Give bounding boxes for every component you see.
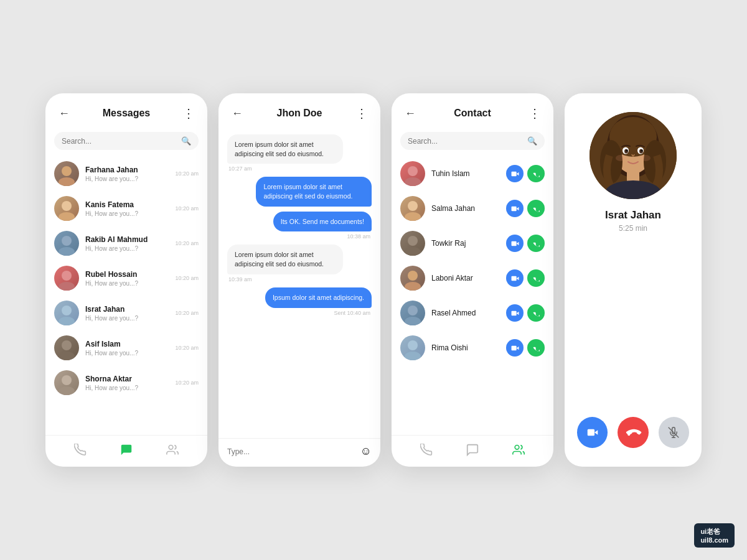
avatar — [54, 301, 79, 325]
messages-back-button[interactable]: ← — [55, 105, 73, 122]
screens-container: ← Messages ⋮ 🔍 Farhana Jahan Hi, How are… — [45, 93, 702, 467]
messages-search-input[interactable] — [62, 137, 181, 146]
message-preview: Hi, How are you...? — [85, 245, 171, 252]
messages-header: ← Messages ⋮ — [45, 93, 207, 128]
video-call-button[interactable] — [506, 165, 524, 182]
chat-menu-button[interactable]: ⋮ — [353, 105, 370, 122]
list-item[interactable]: Salma Jahan — [395, 191, 550, 226]
svg-point-11 — [59, 352, 75, 360]
phone-call-button[interactable] — [527, 235, 545, 252]
message-preview: Hi, How are you...? — [85, 280, 171, 287]
video-call-button[interactable] — [506, 200, 524, 217]
video-call-button[interactable] — [506, 235, 524, 252]
contact-back-button[interactable]: ← — [402, 105, 419, 122]
svg-point-4 — [62, 236, 72, 246]
message-bubble-received: Lorem ipsum dolor sit amet adipiscing el… — [227, 134, 372, 172]
message-timestamp: 10:38 am — [345, 233, 372, 240]
contact-name: Rubel Hossain — [85, 270, 171, 279]
list-item[interactable]: Towkir Raj — [395, 226, 550, 261]
chat-back-button[interactable]: ← — [228, 105, 246, 122]
contact-actions — [506, 165, 545, 182]
message-info: Israt Jahan Hi, How are you...? — [85, 305, 171, 322]
svg-point-19 — [408, 201, 418, 211]
svg-marker-17 — [516, 172, 519, 175]
avatar — [400, 266, 425, 291]
messages-screen: ← Messages ⋮ 🔍 Farhana Jahan Hi, How are… — [45, 93, 207, 467]
nav-contacts-icon[interactable] — [512, 444, 525, 456]
call-video-button[interactable] — [577, 417, 608, 448]
svg-rect-57 — [587, 429, 594, 436]
call-avatar-area: Israt Jahan 5:25 min — [565, 93, 702, 239]
list-item[interactable]: Tuhin Islam — [395, 156, 550, 191]
svg-rect-18 — [511, 171, 516, 176]
chat-title: Jhon Doe — [277, 108, 322, 119]
svg-point-10 — [62, 340, 72, 350]
video-call-button[interactable] — [506, 339, 524, 357]
message-timestamp: Sent 10:40 am — [332, 310, 372, 316]
chat-screen: ← Jhon Doe ⋮ Lorem ipsum dolor sit amet … — [218, 93, 380, 467]
contact-name: Kanis Fatema — [85, 200, 171, 209]
message-info: Rakib Al Mahmud Hi, How are you...? — [85, 235, 171, 252]
contact-name: Tuhin Islam — [431, 169, 506, 178]
list-item[interactable]: Rakib Al Mahmud Hi, How are you...? 10:2… — [49, 226, 204, 261]
message-preview: Hi, How are you...? — [85, 210, 171, 217]
svg-rect-22 — [511, 206, 516, 211]
contact-name: Rima Oishi — [431, 343, 506, 352]
avatar — [400, 161, 425, 186]
message-bubble-received-2: Lorem ipsum dolor sit amet adipiscing el… — [227, 245, 372, 282]
nav-messages-icon[interactable] — [466, 443, 479, 457]
message-bubble: Lorem ipsum dolor sit amet adipiscing el… — [227, 245, 343, 274]
list-item[interactable]: Rima Oishi — [395, 330, 550, 365]
list-item[interactable]: Farhana Jahan Hi, How are you...? 10:20 … — [49, 156, 204, 191]
phone-call-button[interactable] — [527, 269, 545, 287]
list-item[interactable]: Shorna Aktar Hi, How are you...? 10:20 a… — [49, 365, 204, 400]
message-preview: Hi, How are you...? — [85, 315, 171, 322]
phone-call-button[interactable] — [527, 339, 545, 357]
list-item[interactable]: Kanis Fatema Hi, How are you...? 10:20 a… — [49, 191, 204, 226]
svg-point-55 — [641, 155, 651, 161]
list-item[interactable]: Laboni Aktar — [395, 261, 550, 296]
call-end-button[interactable] — [618, 417, 648, 448]
svg-point-20 — [405, 212, 421, 221]
nav-phone-icon[interactable] — [74, 444, 87, 456]
contact-search-bar[interactable]: 🔍 — [400, 132, 545, 150]
svg-point-2 — [62, 201, 72, 211]
contact-search-input[interactable] — [408, 137, 527, 146]
messages-menu-button[interactable]: ⋮ — [180, 105, 197, 122]
video-call-button[interactable] — [506, 269, 524, 287]
messages-search-bar[interactable]: 🔍 — [54, 132, 199, 150]
nav-messages-icon[interactable] — [120, 443, 133, 457]
contact-name: Israt Jahan — [85, 305, 171, 314]
list-item[interactable]: Asif Islam Hi, How are you...? 10:20 am — [49, 330, 204, 365]
svg-rect-34 — [511, 310, 516, 315]
list-item[interactable]: Rasel Ahmed — [395, 296, 550, 330]
call-mute-button[interactable] — [659, 417, 689, 448]
phone-call-button[interactable] — [527, 304, 545, 322]
contact-name: Asif Islam — [85, 340, 171, 348]
svg-point-24 — [405, 247, 421, 256]
emoji-button[interactable]: ☺ — [360, 445, 372, 458]
list-item[interactable]: Rubel Hossain Hi, How are you...? 10:20 … — [49, 261, 204, 296]
svg-marker-25 — [516, 241, 519, 245]
message-list: Farhana Jahan Hi, How are you...? 10:20 … — [45, 156, 207, 435]
list-item[interactable]: Israt Jahan Hi, How are you...? 10:20 am — [49, 296, 204, 330]
messages-title: Messages — [103, 108, 151, 119]
chat-header: ← Jhon Doe ⋮ — [218, 93, 380, 128]
phone-call-button[interactable] — [527, 200, 545, 217]
call-duration: 5:25 min — [619, 224, 647, 233]
svg-point-9 — [59, 317, 75, 325]
message-time: 10:20 am — [175, 170, 199, 177]
svg-point-5 — [59, 247, 75, 256]
nav-contacts-icon[interactable] — [166, 444, 179, 456]
svg-point-52 — [626, 150, 628, 152]
chat-input[interactable] — [227, 447, 360, 456]
messages-bottom-nav — [45, 435, 207, 467]
svg-point-8 — [62, 306, 72, 315]
svg-point-54 — [616, 155, 626, 161]
svg-point-53 — [641, 150, 643, 152]
contact-menu-button[interactable]: ⋮ — [526, 105, 543, 122]
video-call-button[interactable] — [506, 304, 524, 322]
message-bubble: Ipsum dolor sit amet adipiscing. — [265, 287, 372, 308]
nav-phone-icon[interactable] — [420, 444, 433, 456]
phone-call-button[interactable] — [527, 165, 545, 182]
